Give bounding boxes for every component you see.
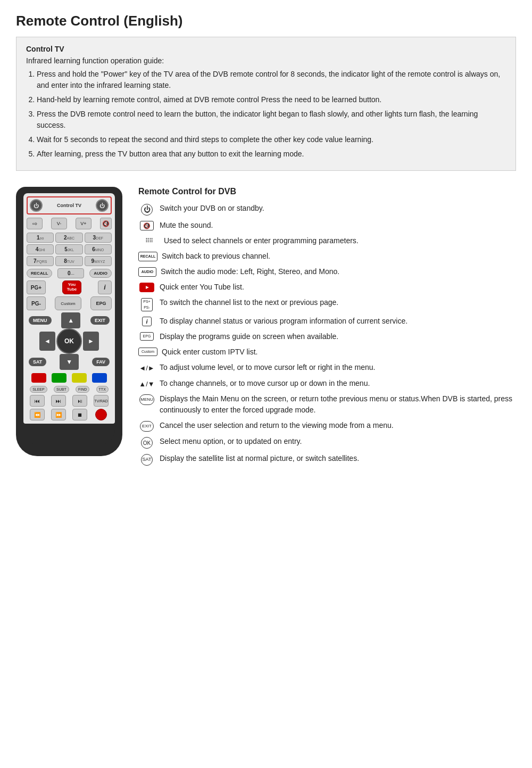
youtube-btn[interactable]: YouTube xyxy=(62,280,81,294)
find-btn[interactable]: FIND xyxy=(76,386,89,393)
color-buttons-row xyxy=(27,372,112,384)
ok-icon: OK xyxy=(138,437,155,449)
epg-btn[interactable]: EPG xyxy=(90,296,112,310)
power-btn-left[interactable]: ⏻ xyxy=(30,199,43,212)
youtube-icon: ▶ xyxy=(138,283,155,292)
power-btn-right[interactable]: ⏻ xyxy=(96,199,109,212)
dpad-down-btn[interactable]: ▼ xyxy=(60,354,79,370)
yellow-btn[interactable] xyxy=(72,373,87,383)
desc-text-custom: Quick enter custom IPTV list. xyxy=(162,346,516,358)
recall-btn[interactable]: RECALL xyxy=(27,269,52,278)
custom-btn[interactable]: Custom xyxy=(55,296,81,310)
vol-minus-btn[interactable]: V- xyxy=(51,218,67,229)
desc-text-ok: Select menu option, or to updated on ent… xyxy=(160,436,516,447)
desc-text-mute: Mute the sound. xyxy=(160,220,516,231)
red-btn[interactable] xyxy=(31,373,46,383)
next-btn[interactable]: ⏩ xyxy=(51,409,66,420)
desc-item-channels: ⠿⠿ Used to select channels or enter prog… xyxy=(138,235,516,246)
dpad-up-btn[interactable]: ▲ xyxy=(61,312,80,328)
tv-rad-btn[interactable]: TV/RAD xyxy=(94,395,109,407)
num-3-btn[interactable]: 3DEF xyxy=(85,233,112,243)
rewind-btn[interactable]: ⏮ xyxy=(30,395,45,407)
info-i-icon: i xyxy=(142,317,152,326)
custom-rect-icon: Custom xyxy=(138,348,157,356)
desc-text-pg: To switch the channel list to the next o… xyxy=(160,297,516,308)
green-btn[interactable] xyxy=(52,373,66,383)
control-tv-section: Control TV Infrared learning function op… xyxy=(16,37,516,171)
page-title: Remote Control (English) xyxy=(16,13,516,29)
dpad-left-btn[interactable]: ◄ xyxy=(39,332,55,351)
sat-btn[interactable]: SAT xyxy=(29,358,46,366)
step-4: Wait for 5 seconds to repeat the second … xyxy=(37,134,506,145)
fav-btn[interactable]: FAV xyxy=(92,358,110,366)
subt-btn[interactable]: SUBT xyxy=(54,386,69,393)
vol-plus-btn[interactable]: V+ xyxy=(76,218,92,229)
desc-text-recall: Switch back to previous channel. xyxy=(162,251,516,262)
desc-text-power: Switch your DVB on or standby. xyxy=(160,203,516,214)
control-tv-remote-label: Control TV xyxy=(57,203,81,208)
desc-text-channels: Used to select channels or enter program… xyxy=(164,235,516,246)
desc-item-lr: ◄/► To adjust volume level, or to move c… xyxy=(138,362,516,374)
step-5: After learning, press the TV button area… xyxy=(37,148,506,160)
pg-minus-row: PG- Custom EPG xyxy=(27,296,112,310)
power-icon: ⏻ xyxy=(138,204,155,216)
num-0-btn[interactable]: 0— xyxy=(57,268,84,278)
num-4-btn[interactable]: 4GHI xyxy=(27,244,54,254)
desc-item-power: ⏻ Switch your DVB on or standby. xyxy=(138,203,516,216)
desc-text-info: To display channel status or various pro… xyxy=(160,316,516,327)
blue-btn[interactable] xyxy=(92,373,107,383)
media-row: ⇨ V- V+ 🔇 xyxy=(27,217,112,230)
sat-fav-row: SAT ▼ FAV xyxy=(27,354,112,370)
num-9-btn[interactable]: 9WXYZ xyxy=(85,256,112,266)
epg-rect-icon: EPG xyxy=(140,332,154,341)
exit-icon: EXIT xyxy=(138,421,155,432)
playpause-btn[interactable]: ⏯ xyxy=(72,395,87,407)
desc-text-audio: Switch the audio mode: Left, Right, Ster… xyxy=(161,266,516,277)
desc-text-menu: Displays the Main Menu on the screen, or… xyxy=(160,393,516,416)
fastforward-btn[interactable]: ⏭ xyxy=(51,395,66,407)
desc-item-pg: PS+PS- To switch the channel list to the… xyxy=(138,297,516,311)
desc-item-mute: 🔇 Mute the sound. xyxy=(138,220,516,231)
mute-icon: 🔇 xyxy=(138,221,155,230)
ttx-btn[interactable]: TTX xyxy=(96,386,109,393)
pg-icon: PS+PS- xyxy=(138,298,155,311)
desc-item-ok: OK Select menu option, or to updated on … xyxy=(138,436,516,449)
desc-text-epg: Display the programs guide on screen whe… xyxy=(160,331,516,342)
step-2: Hand-held by learning remote control, ai… xyxy=(37,94,506,105)
rec-btn[interactable] xyxy=(94,409,109,420)
mute-btn[interactable]: 🔇 xyxy=(100,218,112,229)
sleep-btn[interactable]: SLEEP xyxy=(30,386,47,393)
num-7-btn[interactable]: 7PQRS xyxy=(27,256,54,266)
prev-btn[interactable]: ⏪ xyxy=(30,409,45,420)
info-btn[interactable]: i xyxy=(98,280,112,294)
youtube-sm-icon: ▶ xyxy=(139,283,154,292)
num-1-btn[interactable]: 1oo xyxy=(27,233,54,243)
dpad-ok-btn[interactable]: OK xyxy=(56,328,82,354)
menu-btn[interactable]: MENU xyxy=(29,316,52,325)
desc-item-exit: EXIT Cancel the user selection and retur… xyxy=(138,420,516,432)
arrow-ud-icon: ▲/▼ xyxy=(138,379,155,390)
main-section: ⏻ Control TV ⏻ ⇨ V- V+ 🔇 1oo 2ABC 3DEF 4… xyxy=(16,187,516,470)
dpad-section: MENU ▲ EXIT ◄ OK ► SAT ▼ FAV xyxy=(27,312,112,370)
num-2-btn[interactable]: 2ABC xyxy=(55,233,82,243)
exit-btn[interactable]: EXIT xyxy=(90,316,110,325)
pg-plus-btn[interactable]: PG+ xyxy=(27,280,46,294)
media-ctrl-row2: ⏪ ⏩ ⏹ xyxy=(27,409,112,420)
num-8-btn[interactable]: 8TUV xyxy=(55,256,82,266)
pg-plus-row: PG+ YouTube i xyxy=(27,280,112,294)
custom-icon: Custom xyxy=(138,348,157,356)
step-3: Press the DVB remote control need to lea… xyxy=(37,109,506,131)
desc-text-exit: Cancel the user selection and return to … xyxy=(160,420,516,431)
remote-control: ⏻ Control TV ⏻ ⇨ V- V+ 🔇 1oo 2ABC 3DEF 4… xyxy=(16,187,122,456)
dpad-right-btn[interactable]: ► xyxy=(83,332,99,351)
pg-minus-btn[interactable]: PG- xyxy=(27,296,46,310)
audio-btn[interactable]: AUDIO xyxy=(89,269,112,278)
source-btn[interactable]: ⇨ xyxy=(27,218,43,229)
func-row: SLEEP SUBT FIND TTX xyxy=(27,386,112,393)
channel-grid-icon: ⠿⠿ xyxy=(138,236,160,245)
desc-item-epg: EPG Display the programs guide on screen… xyxy=(138,331,516,342)
num-5-btn[interactable]: 5JKL xyxy=(55,244,82,254)
stop-btn[interactable]: ⏹ xyxy=(72,409,87,420)
desc-item-audio: AUDIO Switch the audio mode: Left, Right… xyxy=(138,266,516,277)
num-6-btn[interactable]: 6MNO xyxy=(85,244,112,254)
